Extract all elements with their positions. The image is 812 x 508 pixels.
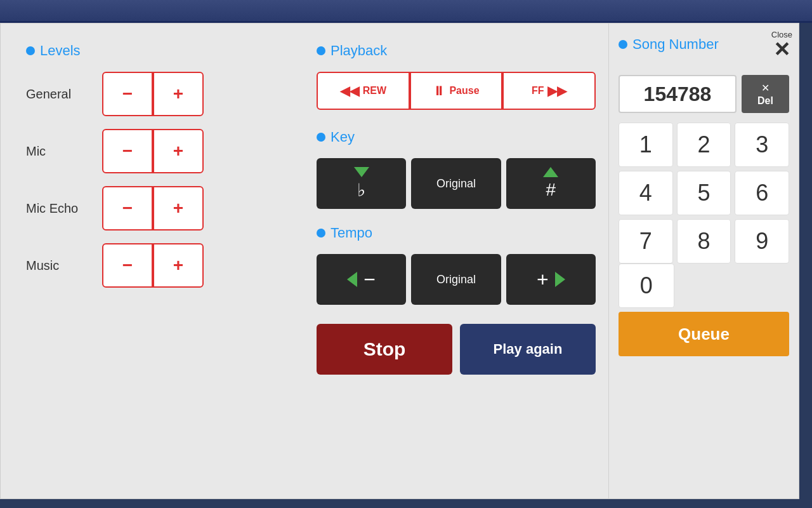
tri-left-icon	[347, 272, 357, 287]
ff-button[interactable]: FF ▶▶	[502, 72, 596, 110]
del-button[interactable]: ✕ Del	[742, 75, 789, 113]
pause-button[interactable]: ⏸ Pause	[410, 72, 503, 110]
tempo-original-label: Original	[436, 273, 476, 286]
center-panel: Playback ◀◀ REW ⏸ Pause FF ▶▶	[304, 23, 608, 498]
tempo-dot	[317, 229, 325, 237]
ff-arrows-icon: ▶▶	[547, 83, 566, 98]
key-dot	[317, 133, 325, 142]
mic-echo-plus-button[interactable]: +	[153, 186, 204, 231]
del-label: Del	[757, 95, 773, 107]
key-title: Key	[331, 129, 355, 145]
numpad-1-button[interactable]: 1	[619, 123, 673, 167]
general-row: General − +	[26, 72, 278, 116]
levels-title: Levels	[40, 43, 81, 59]
song-number-display: 154788 ✕ Del	[619, 75, 789, 113]
tri-right-icon	[555, 272, 565, 287]
mic-plus-button[interactable]: +	[153, 129, 204, 173]
general-minus-button[interactable]: −	[102, 72, 153, 116]
mic-echo-minus-button[interactable]: −	[102, 186, 153, 231]
levels-panel: Levels General − + Mic − + Mic Echo − +	[1, 23, 304, 498]
playback-section: Playback ◀◀ REW ⏸ Pause FF ▶▶	[317, 43, 596, 110]
numpad-bottom-row: 0 Queue	[619, 264, 789, 356]
song-number-input[interactable]: 154788	[619, 75, 737, 113]
song-number-header: Song Number	[619, 36, 789, 53]
numpad-8-button[interactable]: 8	[677, 219, 731, 264]
music-row: Music − +	[26, 243, 278, 288]
close-x-icon: ✕	[773, 39, 790, 60]
numpad-5-button[interactable]: 5	[677, 171, 731, 215]
numpad-2-button[interactable]: 2	[677, 123, 731, 167]
triangle-up-icon	[543, 167, 558, 177]
key-sharp-button[interactable]: #	[506, 158, 596, 209]
playback-buttons: ◀◀ REW ⏸ Pause FF ▶▶	[317, 72, 596, 110]
key-flat-button[interactable]: ♭	[317, 158, 406, 209]
ff-label: FF	[532, 85, 544, 97]
mic-echo-row: Mic Echo − +	[26, 186, 278, 231]
playback-title: Playback	[331, 43, 387, 59]
tempo-title: Tempo	[331, 225, 372, 241]
queue-button[interactable]: Queue	[619, 312, 789, 356]
general-plus-button[interactable]: +	[153, 72, 204, 116]
key-original-label: Original	[436, 177, 476, 190]
playback-header: Playback	[317, 43, 596, 59]
mic-minus-button[interactable]: −	[102, 129, 153, 173]
music-label: Music	[26, 258, 102, 273]
numpad: 1 2 3 4 5 6 7 8 9	[619, 123, 789, 264]
key-header: Key	[317, 129, 596, 145]
mic-row: Mic − +	[26, 129, 278, 173]
key-original-button[interactable]: Original	[411, 158, 501, 209]
modal-overlay: Close ✕ Levels General − + Mic − +	[0, 23, 799, 499]
numpad-4-button[interactable]: 4	[619, 171, 673, 215]
action-buttons: Stop Play again	[317, 324, 596, 375]
triangle-down-icon	[354, 167, 369, 177]
tempo-section: Tempo − Original +	[317, 225, 596, 305]
mic-label: Mic	[26, 144, 102, 159]
tempo-header: Tempo	[317, 225, 596, 241]
pause-icon: ⏸	[433, 84, 445, 98]
tempo-buttons: − Original +	[317, 254, 596, 305]
levels-dot	[26, 46, 35, 55]
pause-label: Pause	[449, 85, 479, 97]
del-x-icon: ✕	[761, 82, 769, 94]
rew-button[interactable]: ◀◀ REW	[317, 72, 410, 110]
tempo-minus-label: −	[363, 268, 376, 291]
flat-label: ♭	[357, 180, 365, 201]
main-content: Levels General − + Mic − + Mic Echo − +	[1, 23, 799, 498]
tempo-minus-button[interactable]: −	[317, 254, 406, 305]
numpad-7-button[interactable]: 7	[619, 219, 673, 264]
stop-button[interactable]: Stop	[317, 324, 452, 375]
numpad-9-button[interactable]: 9	[735, 219, 789, 264]
general-label: General	[26, 87, 102, 102]
tempo-plus-label: +	[537, 268, 549, 291]
song-number-panel: Song Number 154788 ✕ Del 1 2 3 4 5 6 7 8…	[608, 23, 799, 498]
key-buttons: ♭ Original #	[317, 158, 596, 209]
top-bar	[0, 0, 812, 23]
key-section: Key ♭ Original #	[317, 129, 596, 209]
close-button[interactable]: Close ✕	[771, 30, 792, 60]
numpad-0-button[interactable]: 0	[619, 264, 674, 308]
rew-label: REW	[363, 85, 386, 97]
numpad-6-button[interactable]: 6	[735, 171, 789, 215]
playback-dot	[317, 46, 325, 55]
mic-echo-label: Mic Echo	[26, 201, 102, 216]
levels-header: Levels	[26, 43, 278, 59]
song-number-dot	[619, 40, 627, 49]
play-again-button[interactable]: Play again	[460, 324, 596, 375]
music-plus-button[interactable]: +	[153, 243, 204, 288]
music-minus-button[interactable]: −	[102, 243, 153, 288]
rew-arrows-icon: ◀◀	[340, 83, 359, 98]
tempo-original-button[interactable]: Original	[411, 254, 501, 305]
song-number-title: Song Number	[632, 36, 719, 53]
tempo-plus-button[interactable]: +	[506, 254, 596, 305]
numpad-3-button[interactable]: 3	[735, 123, 789, 167]
sharp-label: #	[546, 180, 556, 200]
